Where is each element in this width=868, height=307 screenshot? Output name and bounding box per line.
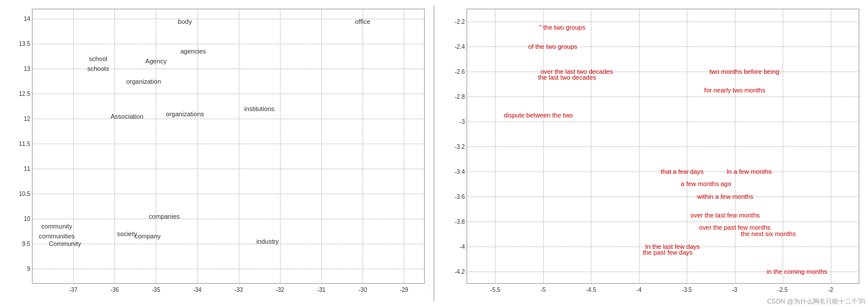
data-label: the past few days [643,249,693,256]
data-label: body [178,18,192,25]
data-label: institutions [244,105,274,112]
data-label: within a few months [697,193,754,200]
data-label: society [117,230,137,237]
watermark: CSDN @为什么网名只能十二个字i [767,297,865,306]
data-label: company [135,233,161,240]
data-label: communities [39,233,75,240]
data-label: for nearly two months [704,87,765,94]
data-label: the last two decades [538,74,596,81]
data-label: organizations [166,110,204,117]
data-label: of the two groups [528,43,577,50]
chart-organizations: 99.51010.51111.51212.51313.514-37-36-35-… [0,0,433,307]
data-label: In a few months [727,168,772,175]
data-label: Association [111,113,144,120]
data-label: two months before being [709,68,779,75]
data-label: in the coming months [767,268,828,275]
data-label: schools [87,65,109,72]
data-label: that a few days [661,168,704,175]
data-label: office [355,18,370,25]
main-container: 99.51010.51111.51212.51313.514-37-36-35-… [0,0,868,307]
data-label: agencies [180,48,206,55]
data-label: a few months ago [681,180,731,187]
data-label: community [41,223,72,230]
data-label: companies [149,213,180,220]
data-label: industry [256,238,279,245]
chart-time-phrases: -4.2-4-3.8-3.6-3.4-3.2-3-2.8-2.6-2.4-2.2… [435,0,868,307]
data-label: Agency [145,58,167,65]
data-label: " the two groups [539,24,585,31]
data-label: over the last few months [691,212,760,219]
data-label: Community [49,240,81,247]
data-label: organization [126,78,161,85]
data-label: school [89,55,107,62]
data-label: dispute between the two [504,112,573,119]
data-label: the next six months [741,230,796,237]
